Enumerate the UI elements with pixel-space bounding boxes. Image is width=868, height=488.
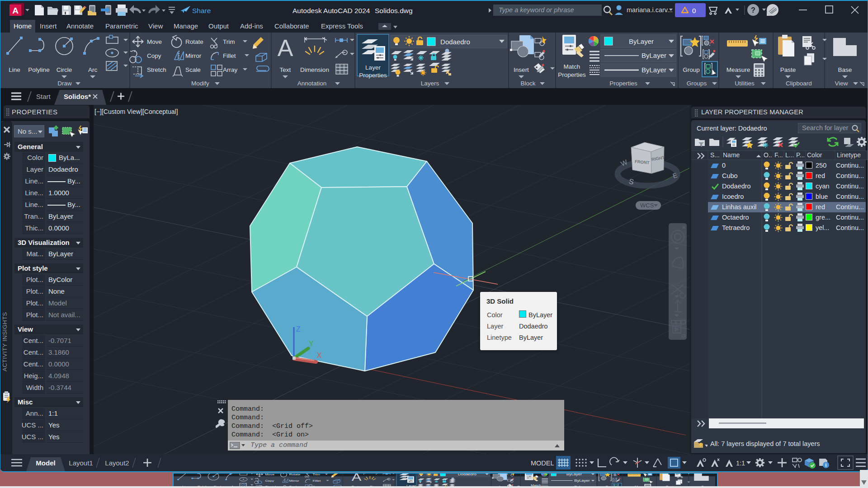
svg-text:Polyline: Polyline — [28, 66, 49, 73]
svg-text:Properties: Properties — [609, 80, 637, 87]
svg-text:Text: Text — [280, 66, 291, 73]
svg-text:Type a keyword or phrase: Type a keyword or phrase — [499, 6, 574, 14]
svg-text:mariana.i.carv...: mariana.i.carv... — [627, 6, 673, 14]
svg-text:A: A — [278, 35, 293, 61]
svg-text:Draw: Draw — [57, 80, 72, 87]
svg-text:Circle: Circle — [57, 66, 72, 73]
svg-text:ByLayer: ByLayer — [629, 38, 654, 45]
svg-text:Layout1: Layout1 — [69, 459, 93, 467]
svg-text:Utilities: Utilities — [735, 80, 755, 87]
svg-text:?: ? — [751, 6, 755, 14]
svg-text:Dimension: Dimension — [300, 66, 329, 73]
svg-text:Properties: Properties — [359, 72, 387, 79]
svg-text:Base: Base — [838, 66, 852, 73]
svg-text:Layers: Layers — [421, 80, 439, 87]
svg-text:ByLayer: ByLayer — [642, 52, 666, 59]
svg-text:Layer: Layer — [365, 64, 381, 71]
svg-text:Paste: Paste — [780, 66, 796, 73]
svg-text:Measure: Measure — [726, 66, 750, 73]
svg-text:Insert: Insert — [514, 66, 529, 73]
svg-text:Modify: Modify — [191, 80, 209, 87]
svg-text:Solidos*: Solidos* — [64, 93, 91, 100]
svg-text:Match: Match — [564, 63, 580, 70]
svg-text:WCS: WCS — [640, 202, 654, 209]
svg-text:i: i — [826, 463, 827, 468]
svg-text:0: 0 — [692, 7, 696, 14]
svg-text:Annotation: Annotation — [297, 80, 327, 87]
svg-text:Trim: Trim — [223, 38, 235, 45]
svg-text:Scale: Scale — [185, 66, 201, 73]
svg-text:Layout2: Layout2 — [105, 459, 129, 467]
svg-text:MODEL: MODEL — [531, 460, 554, 467]
svg-text:Group: Group — [683, 66, 700, 73]
svg-text:A: A — [12, 6, 19, 15]
svg-text:View: View — [835, 80, 848, 87]
svg-text:Model: Model — [36, 459, 55, 467]
svg-text:Y: Y — [309, 340, 314, 347]
svg-text:Clipboard: Clipboard — [786, 80, 812, 87]
svg-text:Mirror: Mirror — [185, 52, 202, 59]
svg-text:Groups: Groups — [687, 80, 707, 87]
svg-text:Line: Line — [9, 66, 20, 73]
svg-text:Dodaedro: Dodaedro — [440, 38, 470, 46]
svg-text:Arc: Arc — [88, 66, 98, 73]
svg-text:Z: Z — [296, 325, 301, 333]
svg-text:Copy: Copy — [147, 52, 161, 59]
svg-text:Move: Move — [147, 38, 162, 45]
svg-text:Start: Start — [36, 93, 51, 100]
svg-text:ByLayer: ByLayer — [642, 66, 666, 74]
svg-text:Block: Block — [520, 80, 535, 87]
svg-text:Rotate: Rotate — [185, 38, 203, 45]
svg-text:X: X — [317, 352, 322, 359]
svg-text:Properties: Properties — [558, 71, 586, 78]
svg-text:Stretch: Stretch — [147, 66, 166, 73]
svg-text:1:1: 1:1 — [736, 460, 745, 467]
svg-text:Array: Array — [223, 66, 238, 73]
svg-text:Fillet: Fillet — [223, 52, 236, 59]
